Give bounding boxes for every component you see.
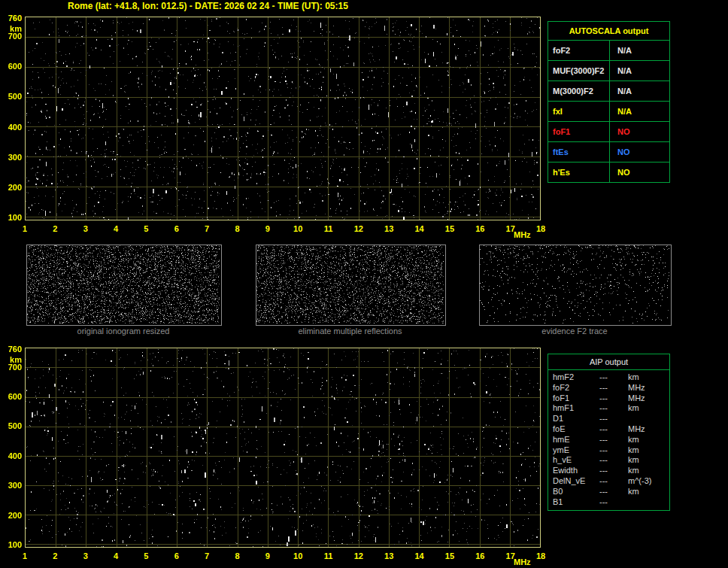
autoscala-param-value: N/A xyxy=(610,41,669,60)
thumbnail-evidence-f2-trace xyxy=(479,245,672,326)
aip-row-2: foF1---MHz xyxy=(548,393,669,404)
x-axis-tick: 7 xyxy=(199,551,215,560)
aip-param-unit: km xyxy=(628,466,669,476)
autoscala-param-name: h'Es xyxy=(548,163,610,182)
y-axis-tick: 600 xyxy=(2,392,22,401)
autoscala-param-value: N/A xyxy=(610,81,669,101)
autoscala-row-4: foF1NO xyxy=(548,122,669,142)
aip-row-10: DelN_vE---m^(-3) xyxy=(548,476,669,487)
y-axis-tick: 500 xyxy=(2,421,22,430)
page-title: Rome (lat: +41.8, lon: 012.5) - DATE: 20… xyxy=(68,1,348,11)
x-axis-tick: 1 xyxy=(17,224,33,233)
autoscala-param-name: MUF(3000)F2 xyxy=(548,61,610,80)
aip-param-name: foF2 xyxy=(553,383,599,393)
autoscala-row-2: M(3000)F2N/A xyxy=(548,81,669,102)
autoscala-param-value: N/A xyxy=(610,61,669,80)
autoscala-table-title: AUTOSCALA output xyxy=(548,22,669,41)
aip-param-value: --- xyxy=(599,435,628,445)
x-axis-tick: 6 xyxy=(168,551,185,560)
y-axis-unit-label: km xyxy=(2,355,22,364)
x-axis-tick: 18 xyxy=(532,551,549,560)
y-axis-tick: 760 xyxy=(2,345,22,354)
aip-row-5: foE---MHz xyxy=(548,424,669,435)
y-axis-tick: 300 xyxy=(2,481,22,490)
x-axis-tick: 7 xyxy=(199,224,215,233)
x-axis-tick: 12 xyxy=(350,224,367,233)
aip-row-0: hmF2---km xyxy=(548,372,669,383)
y-axis-tick: 100 xyxy=(2,213,22,222)
x-axis-tick: 16 xyxy=(472,224,488,233)
x-axis-tick: 2 xyxy=(47,551,63,560)
aip-row-9: Ewidth---km xyxy=(548,466,669,476)
aip-param-name: hmF1 xyxy=(553,403,599,414)
aip-param-unit: km xyxy=(628,445,669,456)
aip-param-value: --- xyxy=(599,455,628,466)
aip-param-value: --- xyxy=(599,476,628,487)
autoscala-row-0: foF2N/A xyxy=(548,41,669,61)
aip-row-3: hmF1---km xyxy=(548,403,669,414)
x-axis-tick: 10 xyxy=(290,551,306,560)
ionogram-bottom-canvas xyxy=(26,348,540,547)
y-axis-tick: 200 xyxy=(2,183,22,192)
thumbnail-eliminate-reflections xyxy=(256,245,446,326)
x-axis-tick: 16 xyxy=(472,551,488,560)
ionogram-top-canvas xyxy=(26,17,540,220)
autoscala-param-name: foF2 xyxy=(548,41,610,60)
aip-param-unit: km xyxy=(628,487,669,497)
aip-param-name: ymE xyxy=(553,445,599,456)
x-axis-tick: 15 xyxy=(441,551,458,560)
aip-param-unit: km xyxy=(628,372,669,383)
aip-table-rows: hmF2---kmfoF2---MHzfoF1---MHzhmF1---kmD1… xyxy=(548,370,669,510)
autoscala-param-value: NO xyxy=(610,122,669,141)
aip-param-value: --- xyxy=(599,414,628,424)
x-axis-tick: 2 xyxy=(47,224,63,233)
aip-param-name: D1 xyxy=(553,414,599,424)
aip-param-unit xyxy=(628,414,669,424)
aip-param-value: --- xyxy=(599,487,628,497)
aip-param-name: h_vE xyxy=(553,455,599,466)
x-axis-tick: 5 xyxy=(138,224,154,233)
thumbnail-eliminate-reflections-canvas xyxy=(256,245,444,323)
aip-row-4: D1--- xyxy=(548,414,669,424)
aip-param-name: hmE xyxy=(553,435,599,445)
aip-param-value: --- xyxy=(599,497,628,508)
autoscala-row-5: ftEsNO xyxy=(548,142,669,163)
y-axis-unit-label: km xyxy=(2,24,22,33)
aip-param-unit xyxy=(628,497,669,508)
aip-param-unit: km xyxy=(628,403,669,414)
autoscala-param-name: foF1 xyxy=(548,122,610,141)
ionogram-plot-bottom xyxy=(25,348,541,548)
aip-param-name: DelN_vE xyxy=(553,476,599,487)
autoscala-param-value: NO xyxy=(610,142,669,162)
aip-row-11: B0---km xyxy=(548,487,669,497)
thumbnail-evidence-f2-trace-canvas xyxy=(480,245,669,323)
x-axis-tick: 1 xyxy=(17,551,33,560)
autoscala-param-name: ftEs xyxy=(548,142,610,162)
x-axis-tick: 12 xyxy=(350,551,367,560)
aip-param-value: --- xyxy=(599,383,628,393)
autoscala-param-value: N/A xyxy=(610,102,669,121)
aip-row-7: ymE---km xyxy=(548,445,669,456)
y-axis-tick: 400 xyxy=(2,123,22,132)
autoscala-table-rows: foF2N/AMUF(3000)F2N/AM(3000)F2N/AfxIN/Af… xyxy=(548,41,669,182)
y-axis-tick: 400 xyxy=(2,451,22,460)
aip-param-value: --- xyxy=(599,445,628,456)
aip-param-name: B0 xyxy=(553,487,599,497)
aip-param-unit: km xyxy=(628,455,669,466)
aip-param-value: --- xyxy=(599,393,628,404)
x-axis-tick: 9 xyxy=(259,224,276,233)
autoscala-output-table: AUTOSCALA output foF2N/AMUF(3000)F2N/AM(… xyxy=(548,21,670,183)
x-axis-tick: 8 xyxy=(229,551,245,560)
x-axis-tick: 18 xyxy=(532,224,549,233)
aip-param-unit: m^(-3) xyxy=(628,476,669,487)
y-axis-tick: 200 xyxy=(2,511,22,520)
aip-param-name: Ewidth xyxy=(553,466,599,476)
aip-row-6: hmE---km xyxy=(548,435,669,445)
aip-table-title: AIP output xyxy=(548,354,669,370)
y-axis-tick: 100 xyxy=(2,540,22,549)
x-axis-tick: 5 xyxy=(138,551,154,560)
x-axis-tick: 11 xyxy=(320,224,337,233)
aip-param-unit: MHz xyxy=(628,393,669,404)
x-axis-unit-label: MHz xyxy=(514,557,531,566)
aip-param-unit: MHz xyxy=(628,424,669,435)
